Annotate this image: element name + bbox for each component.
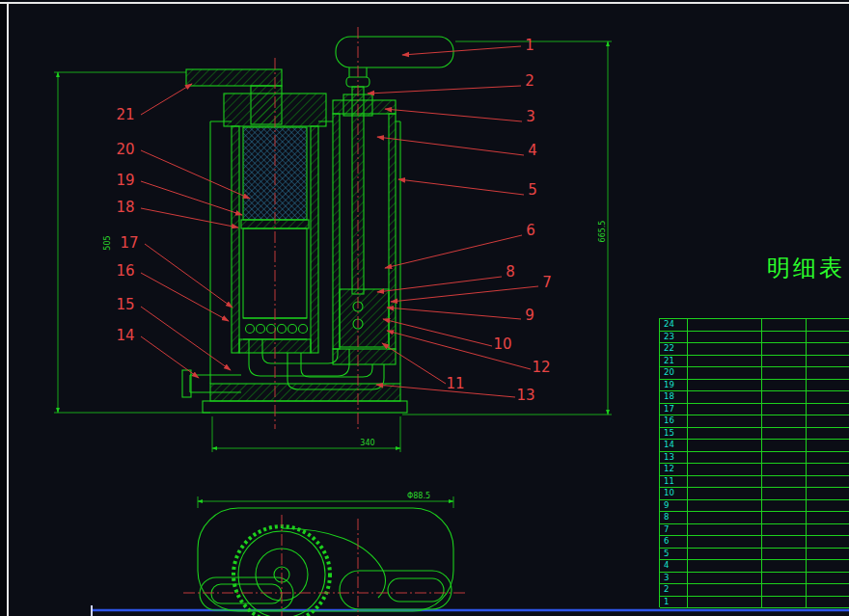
dim-bottomview-text: Φ88.5 — [407, 492, 430, 500]
row-number: 6 — [660, 536, 688, 548]
row-number: 11 — [660, 476, 688, 488]
row-material-cell — [807, 391, 849, 403]
row-name-cell — [688, 536, 763, 548]
row-number: 14 — [660, 440, 688, 451]
row-qty-cell — [762, 512, 807, 523]
row-qty-cell — [762, 319, 807, 331]
callout-13: 13 — [516, 388, 534, 403]
row-material-cell — [807, 415, 849, 427]
row-name-cell — [688, 549, 763, 560]
row-name-cell — [688, 319, 763, 331]
row-qty-cell — [762, 332, 807, 343]
callout-17: 17 — [120, 236, 138, 251]
row-material-cell — [807, 332, 849, 343]
table-row: 7 — [660, 524, 849, 537]
row-qty-cell — [762, 500, 807, 512]
dim-right-text: 665.5 — [598, 221, 607, 243]
row-material-cell — [807, 512, 849, 523]
row-number: 23 — [660, 332, 688, 343]
callout-5: 5 — [528, 183, 537, 198]
row-qty-cell — [762, 452, 807, 464]
table-row: 20 — [660, 367, 849, 380]
row-number: 3 — [660, 573, 688, 584]
table-row: 1 — [660, 597, 849, 609]
row-qty-cell — [762, 476, 807, 488]
row-name-cell — [688, 415, 763, 427]
row-qty-cell — [762, 367, 807, 379]
table-row: 17 — [660, 404, 849, 416]
row-number: 16 — [660, 415, 688, 427]
callout-3: 3 — [526, 110, 535, 124]
row-number: 17 — [660, 404, 688, 415]
row-qty-cell — [762, 573, 807, 584]
table-row: 19 — [660, 380, 849, 392]
callout-21: 21 — [116, 108, 134, 122]
row-material-cell — [807, 428, 849, 440]
row-number: 22 — [660, 343, 688, 355]
row-qty-cell — [762, 404, 807, 415]
row-number: 9 — [660, 500, 688, 512]
row-qty-cell — [762, 536, 807, 548]
callout-1: 1 — [525, 39, 534, 53]
dim-bottom-text: 340 — [360, 439, 374, 447]
table-row: 11 — [660, 476, 849, 489]
row-name-cell — [688, 356, 763, 367]
row-qty-cell — [762, 560, 807, 572]
table-row: 5 — [660, 549, 849, 561]
table-row: 14 — [660, 440, 849, 452]
row-material-cell — [807, 524, 849, 536]
table-row: 16 — [660, 415, 849, 428]
row-qty-cell — [762, 356, 807, 367]
parts-list-title: 明细表 — [767, 253, 845, 283]
table-row: 4 — [660, 560, 849, 573]
dim-left-text: 505 — [103, 235, 112, 250]
row-material-cell — [807, 452, 849, 464]
row-number: 12 — [660, 464, 688, 475]
table-row: 12 — [660, 464, 849, 476]
row-material-cell — [807, 356, 849, 367]
row-material-cell — [807, 367, 849, 379]
row-material-cell — [807, 319, 849, 331]
row-qty-cell — [762, 464, 807, 475]
table-row: 10 — [660, 488, 849, 500]
row-material-cell — [807, 597, 849, 608]
row-number: 24 — [660, 319, 688, 331]
row-material-cell — [807, 343, 849, 355]
row-name-cell — [688, 560, 763, 572]
row-qty-cell — [762, 524, 807, 536]
row-name-cell — [688, 512, 763, 523]
row-material-cell — [807, 584, 849, 596]
row-name-cell — [688, 380, 763, 391]
callout-12: 12 — [532, 361, 550, 375]
callout-14: 14 — [116, 329, 134, 343]
callout-6: 6 — [526, 224, 535, 238]
row-material-cell — [807, 464, 849, 475]
row-material-cell — [807, 476, 849, 488]
row-name-cell — [688, 428, 763, 440]
callout-15: 15 — [116, 298, 134, 312]
row-qty-cell — [762, 440, 807, 451]
table-row: 8 — [660, 512, 849, 524]
row-name-cell — [688, 452, 763, 464]
callout-20: 20 — [116, 143, 134, 157]
table-row: 15 — [660, 428, 849, 441]
row-name-cell — [688, 500, 763, 512]
row-name-cell — [688, 440, 763, 451]
row-number: 10 — [660, 488, 688, 499]
row-qty-cell — [762, 428, 807, 440]
table-row: 13 — [660, 452, 849, 465]
cad-viewport[interactable]: 505 665.5 340 Φ88.5 — [0, 0, 849, 616]
row-qty-cell — [762, 415, 807, 427]
row-qty-cell — [762, 549, 807, 560]
row-number: 4 — [660, 560, 688, 572]
row-name-cell — [688, 524, 763, 536]
row-qty-cell — [762, 380, 807, 391]
table-row: 23 — [660, 332, 849, 344]
bottom-view — [198, 508, 453, 616]
table-row: 2 — [660, 584, 849, 597]
callout-18: 18 — [116, 201, 134, 215]
row-name-cell — [688, 464, 763, 475]
row-qty-cell — [762, 597, 807, 608]
table-row: 22 — [660, 343, 849, 356]
table-row: 21 — [660, 356, 849, 368]
